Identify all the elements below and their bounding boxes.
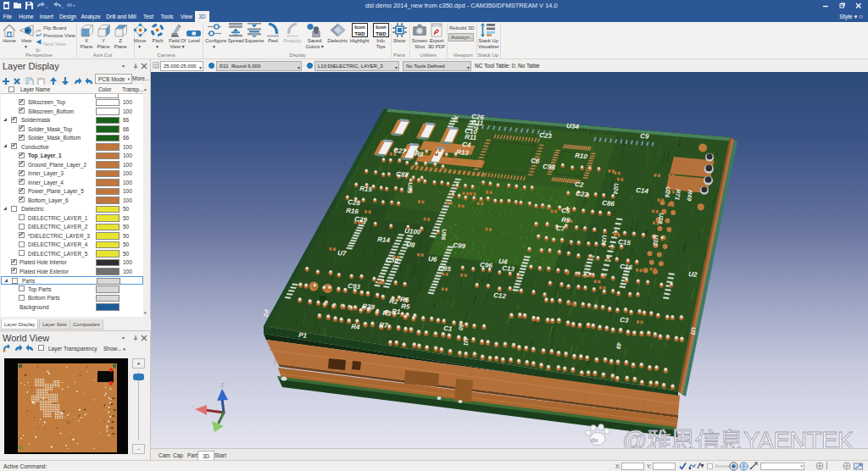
svg-text:R7: R7 bbox=[379, 321, 389, 330]
svg-text:X2: X2 bbox=[473, 121, 480, 130]
svg-text:C9: C9 bbox=[640, 132, 650, 141]
svg-text:C7: C7 bbox=[556, 224, 566, 233]
svg-text:U1: U1 bbox=[463, 338, 470, 346]
svg-text:C86: C86 bbox=[602, 199, 615, 208]
svg-text:49: 49 bbox=[615, 341, 622, 350]
svg-text:C30: C30 bbox=[386, 256, 399, 264]
svg-text:R4: R4 bbox=[351, 323, 361, 331]
svg-text:C13: C13 bbox=[502, 264, 515, 273]
svg-text:C85: C85 bbox=[438, 264, 452, 273]
svg-text:R2: R2 bbox=[389, 297, 399, 306]
svg-text:C5: C5 bbox=[561, 207, 571, 215]
svg-text:R13: R13 bbox=[456, 148, 470, 157]
svg-text:C6: C6 bbox=[531, 157, 541, 165]
svg-text:X: X bbox=[192, 404, 197, 412]
svg-text:R3: R3 bbox=[382, 309, 392, 318]
svg-text:R9: R9 bbox=[561, 216, 571, 224]
svg-text:R14: R14 bbox=[377, 236, 391, 244]
svg-text:C16: C16 bbox=[620, 263, 633, 271]
svg-text:R1: R1 bbox=[392, 308, 402, 316]
svg-text:C22: C22 bbox=[576, 190, 589, 198]
svg-text:R16: R16 bbox=[346, 207, 359, 215]
svg-text:U7: U7 bbox=[337, 249, 348, 258]
svg-text:C23: C23 bbox=[539, 131, 553, 140]
svg-text:U100: U100 bbox=[404, 227, 421, 236]
svg-text:TBD: TBD bbox=[354, 31, 365, 36]
svg-text:R10: R10 bbox=[575, 152, 588, 160]
svg-text:C27: C27 bbox=[393, 147, 407, 155]
svg-text:U3: U3 bbox=[690, 327, 697, 335]
svg-text:P1: P1 bbox=[298, 331, 308, 340]
svg-text:C12: C12 bbox=[493, 291, 507, 300]
svg-text:C2: C2 bbox=[575, 180, 585, 189]
svg-text:U6: U6 bbox=[428, 255, 438, 263]
svg-text:R8: R8 bbox=[415, 150, 425, 158]
svg-text:U2: U2 bbox=[688, 270, 698, 279]
svg-text:C15: C15 bbox=[618, 238, 632, 247]
svg-text:Icon: Icon bbox=[376, 25, 387, 30]
svg-text:du: du bbox=[591, 437, 598, 443]
svg-text:TBD: TBD bbox=[376, 31, 387, 36]
svg-text:X1: X1 bbox=[453, 114, 459, 123]
svg-text:R5: R5 bbox=[401, 302, 411, 311]
svg-text:PDF: PDF bbox=[434, 25, 440, 28]
svg-text:Icon: Icon bbox=[354, 25, 365, 30]
svg-text:U8: U8 bbox=[406, 241, 416, 249]
svg-text:C98: C98 bbox=[542, 163, 556, 171]
svg-text:P2: P2 bbox=[263, 309, 270, 317]
svg-text:C29: C29 bbox=[354, 215, 368, 224]
svg-text:C87: C87 bbox=[396, 170, 409, 179]
svg-text:R15: R15 bbox=[359, 185, 373, 193]
svg-text:R29: R29 bbox=[362, 302, 376, 311]
svg-text:C96: C96 bbox=[480, 261, 493, 269]
svg-text:C93: C93 bbox=[348, 282, 361, 291]
svg-text:U34: U34 bbox=[566, 122, 580, 130]
svg-text:Z: Z bbox=[220, 381, 225, 389]
svg-text:C14: C14 bbox=[636, 186, 649, 195]
svg-text:C99: C99 bbox=[453, 241, 466, 250]
svg-text:50: 50 bbox=[458, 324, 465, 331]
svg-text:C28: C28 bbox=[348, 198, 361, 207]
svg-text:C1: C1 bbox=[443, 324, 453, 333]
svg-text:C4: C4 bbox=[462, 141, 472, 149]
svg-text:C3: C3 bbox=[620, 316, 630, 324]
